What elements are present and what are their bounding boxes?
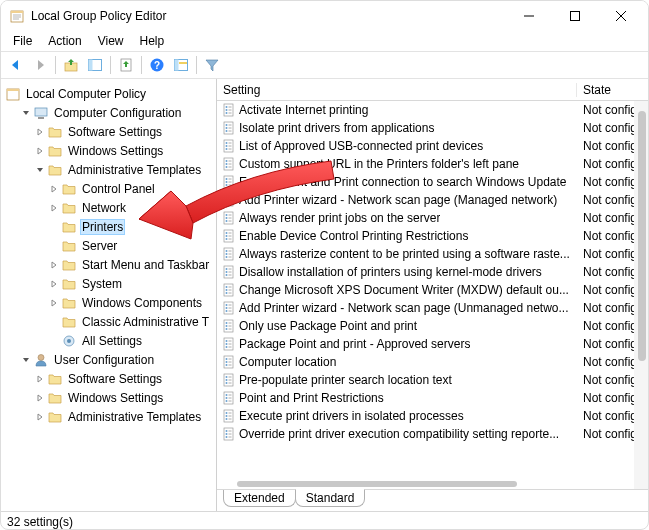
back-button[interactable] bbox=[5, 54, 27, 76]
policy-setting-icon bbox=[221, 174, 237, 190]
policy-setting-icon bbox=[221, 282, 237, 298]
list-row[interactable]: Add Printer wizard - Network scan page (… bbox=[217, 299, 648, 317]
list-row[interactable]: Isolate print drivers from applicationsN… bbox=[217, 119, 648, 137]
tree-network[interactable]: Network bbox=[5, 199, 216, 217]
list-row[interactable]: Pre-populate printer search location tex… bbox=[217, 371, 648, 389]
list-row[interactable]: Disallow installation of printers using … bbox=[217, 263, 648, 281]
tree-control-panel[interactable]: Control Panel bbox=[5, 180, 216, 198]
column-header-state[interactable]: State bbox=[577, 83, 648, 97]
list-row[interactable]: Point and Print RestrictionsNot config bbox=[217, 389, 648, 407]
svg-rect-6 bbox=[571, 12, 580, 21]
up-button[interactable] bbox=[60, 54, 82, 76]
tree-admin-templates[interactable]: Administrative Templates bbox=[5, 161, 216, 179]
tree-all-settings[interactable]: All Settings bbox=[5, 332, 216, 350]
horizontal-scrollbar[interactable] bbox=[237, 481, 628, 487]
list-row[interactable]: Package Point and print - Approved serve… bbox=[217, 335, 648, 353]
settings-icon bbox=[61, 333, 77, 349]
svg-point-56 bbox=[226, 184, 228, 186]
list-row[interactable]: Activate Internet printingNot config bbox=[217, 101, 648, 119]
menu-file[interactable]: File bbox=[5, 32, 40, 50]
show-hide-tree-button[interactable] bbox=[84, 54, 106, 76]
tree-windows-components[interactable]: Windows Components bbox=[5, 294, 216, 312]
svg-point-147 bbox=[226, 418, 228, 420]
options-button[interactable] bbox=[170, 54, 192, 76]
menu-help[interactable]: Help bbox=[132, 32, 173, 50]
column-header-setting[interactable]: Setting bbox=[217, 83, 577, 97]
tree-printers[interactable]: Printers bbox=[5, 218, 216, 236]
expander-empty bbox=[47, 334, 61, 348]
list-row[interactable]: Extend Point and Print connection to sea… bbox=[217, 173, 648, 191]
expander-empty bbox=[47, 239, 61, 253]
tree-label: User Configuration bbox=[52, 352, 156, 368]
statusbar: 32 setting(s) bbox=[1, 511, 648, 530]
tree-u-windows-settings[interactable]: Windows Settings bbox=[5, 389, 216, 407]
maximize-button[interactable] bbox=[552, 1, 598, 31]
tab-standard[interactable]: Standard bbox=[295, 489, 366, 507]
chevron-down-icon[interactable] bbox=[19, 353, 33, 367]
forward-button[interactable] bbox=[29, 54, 51, 76]
filter-button[interactable] bbox=[201, 54, 223, 76]
list-row[interactable]: Enable Device Control Printing Restricti… bbox=[217, 227, 648, 245]
svg-point-139 bbox=[226, 397, 228, 399]
folder-icon bbox=[61, 257, 77, 273]
svg-point-105 bbox=[226, 310, 228, 312]
tree-u-admin-templates[interactable]: Administrative Templates bbox=[5, 408, 216, 426]
tree-user-config[interactable]: User Configuration bbox=[5, 351, 216, 369]
menu-view[interactable]: View bbox=[90, 32, 132, 50]
policy-setting-icon bbox=[221, 192, 237, 208]
chevron-right-icon[interactable] bbox=[33, 125, 47, 139]
list-row[interactable]: Always render print jobs on the serverNo… bbox=[217, 209, 648, 227]
chevron-right-icon[interactable] bbox=[47, 296, 61, 310]
chevron-right-icon[interactable] bbox=[47, 201, 61, 215]
vertical-scrollbar[interactable] bbox=[634, 101, 648, 489]
tree-system[interactable]: System bbox=[5, 275, 216, 293]
chevron-down-icon[interactable] bbox=[33, 163, 47, 177]
tree-classic-admin[interactable]: Classic Administrative T bbox=[5, 313, 216, 331]
policy-setting-icon bbox=[221, 336, 237, 352]
chevron-right-icon[interactable] bbox=[33, 410, 47, 424]
svg-text:?: ? bbox=[154, 60, 160, 71]
setting-name: Always render print jobs on the server bbox=[239, 211, 440, 225]
chevron-right-icon[interactable] bbox=[33, 391, 47, 405]
setting-name: Activate Internet printing bbox=[239, 103, 368, 117]
expander-empty bbox=[47, 315, 61, 329]
list-row[interactable]: Override print driver execution compatib… bbox=[217, 425, 648, 443]
menu-action[interactable]: Action bbox=[40, 32, 89, 50]
tab-extended[interactable]: Extended bbox=[223, 490, 296, 507]
list-row[interactable]: Change Microsoft XPS Document Writer (MX… bbox=[217, 281, 648, 299]
tree-server[interactable]: Server bbox=[5, 237, 216, 255]
folder-icon bbox=[47, 124, 63, 140]
setting-name: Override print driver execution compatib… bbox=[239, 427, 559, 441]
help-button[interactable]: ? bbox=[146, 54, 168, 76]
policy-icon bbox=[5, 86, 21, 102]
svg-point-49 bbox=[226, 166, 228, 168]
list-row[interactable]: List of Approved USB-connected print dev… bbox=[217, 137, 648, 155]
tree-u-software-settings[interactable]: Software Settings bbox=[5, 370, 216, 388]
chevron-down-icon[interactable] bbox=[19, 106, 33, 120]
tree-software-settings[interactable]: Software Settings bbox=[5, 123, 216, 141]
list-row[interactable]: Execute print drivers in isolated proces… bbox=[217, 407, 648, 425]
svg-rect-16 bbox=[175, 60, 179, 71]
close-button[interactable] bbox=[598, 1, 644, 31]
tree-start-menu[interactable]: Start Menu and Taskbar bbox=[5, 256, 216, 274]
tree-root-node[interactable]: Local Computer Policy bbox=[5, 85, 216, 103]
user-icon bbox=[33, 352, 49, 368]
folder-icon bbox=[61, 200, 77, 216]
tree-windows-settings[interactable]: Windows Settings bbox=[5, 142, 216, 160]
policy-setting-icon bbox=[221, 318, 237, 334]
list-row[interactable]: Only use Package Point and printNot conf… bbox=[217, 317, 648, 335]
list-row[interactable]: Custom support URL in the Printers folde… bbox=[217, 155, 648, 173]
tree-computer-config[interactable]: Computer Configuration bbox=[5, 104, 216, 122]
list-row[interactable]: Always rasterize content to be printed u… bbox=[217, 245, 648, 263]
chevron-right-icon[interactable] bbox=[33, 372, 47, 386]
chevron-right-icon[interactable] bbox=[33, 144, 47, 158]
minimize-button[interactable] bbox=[506, 1, 552, 31]
list-row[interactable]: Add Printer wizard - Network scan page (… bbox=[217, 191, 648, 209]
chevron-right-icon[interactable] bbox=[47, 182, 61, 196]
list-row[interactable]: Computer locationNot config bbox=[217, 353, 648, 371]
chevron-right-icon[interactable] bbox=[47, 258, 61, 272]
properties-button[interactable] bbox=[115, 54, 137, 76]
setting-name: List of Approved USB-connected print dev… bbox=[239, 139, 483, 153]
chevron-right-icon[interactable] bbox=[47, 277, 61, 291]
svg-point-26 bbox=[226, 106, 228, 108]
